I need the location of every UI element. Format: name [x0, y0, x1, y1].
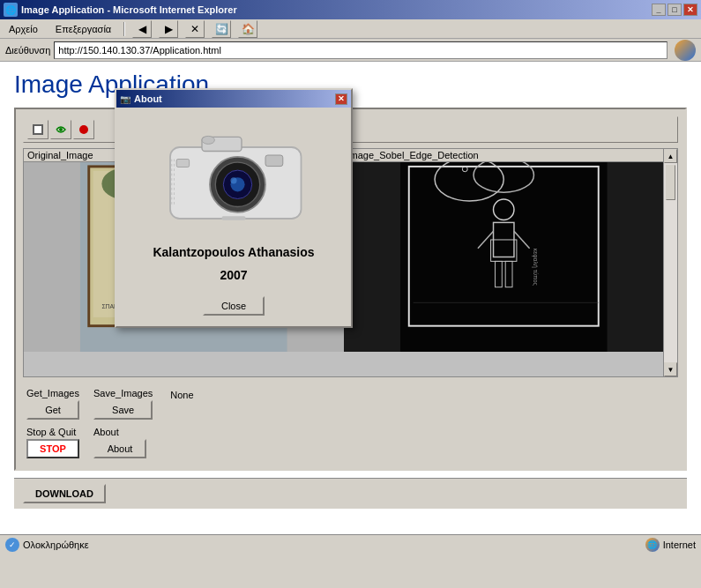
dialog-content: Kalantzopoulos Athanasios 2007	[116, 108, 351, 296]
status-icon: ✓	[5, 538, 19, 552]
minimize-button[interactable]: _	[652, 4, 666, 16]
ie-icon: 🌐	[4, 3, 18, 17]
menu-edit[interactable]: Επεξεργασία	[50, 22, 116, 36]
toolbar-btn-3[interactable]	[73, 120, 94, 139]
svg-point-44	[202, 136, 214, 144]
svg-point-2	[59, 128, 63, 131]
dialog-close-button[interactable]: Close	[203, 296, 265, 316]
about-dialog: 📷 About ✕	[115, 88, 353, 328]
stop-quit-group: Stop & Quit STOP	[26, 427, 79, 458]
menu-bar: Αρχείο Επεξεργασία ◀ ▶ ✕ 🔄 🏠	[0, 19, 701, 39]
get-button[interactable]: Get	[26, 400, 79, 420]
download-button[interactable]: DOWNLOAD	[23, 484, 106, 503]
dialog-close-area: Close	[116, 296, 351, 326]
save-button[interactable]: Save	[93, 400, 153, 420]
get-images-label: Get_Images	[26, 388, 79, 398]
save-images-label: Save_Images	[93, 388, 153, 398]
controls-area-2: Stop & Quit STOP About About	[23, 423, 678, 462]
address-label: Διεύθυνση	[5, 45, 50, 56]
sobel-image-svg: κεφαλή τύπος	[344, 162, 664, 352]
svg-rect-43	[176, 160, 189, 167]
none-text: None	[167, 388, 197, 402]
about-group: About About	[93, 427, 146, 458]
right-image-content: κεφαλή τύπος	[344, 162, 664, 352]
status-left: ✓ Ολοκληρώθηκε	[5, 538, 89, 552]
status-right: 🌐 Internet	[645, 538, 696, 552]
scroll-thumb[interactable]	[666, 165, 675, 200]
dialog-year-text: 2007	[220, 268, 247, 282]
svg-rect-1	[34, 126, 41, 133]
dialog-title-bar: 📷 About ✕	[116, 90, 351, 108]
maximize-button[interactable]: □	[667, 4, 682, 16]
window-title: Image Application - Microsoft Internet E…	[21, 4, 237, 15]
status-internet-text: Internet	[663, 540, 696, 550]
ie-logo	[675, 40, 696, 61]
right-image-panel: Image_Sobel_Edge_Detection	[344, 149, 664, 376]
toolbar-btn-2[interactable]	[50, 120, 71, 139]
scroll-track	[664, 163, 677, 362]
controls-area: Get_Images Get Save_Images Save None	[23, 384, 678, 423]
scrollbar[interactable]: ▲ ▼	[663, 149, 677, 376]
refresh-button[interactable]: 🔄	[212, 20, 231, 38]
dialog-close-x-button[interactable]: ✕	[335, 93, 347, 105]
dialog-title-text: About	[134, 93, 162, 104]
title-bar-left: 🌐 Image Application - Microsoft Internet…	[4, 3, 237, 17]
download-bar: DOWNLOAD	[14, 478, 687, 509]
title-bar-buttons: _ □ ✕	[652, 4, 697, 16]
stop-nav-button[interactable]: ✕	[185, 20, 205, 38]
about-label: About	[93, 427, 146, 437]
status-text: Ολοκληρώθηκε	[23, 540, 89, 550]
address-bar: Διεύθυνση	[0, 39, 701, 62]
dialog-title-left: 📷 About	[120, 93, 162, 104]
svg-point-3	[79, 125, 88, 134]
svg-text:κεφαλή τύπος: κεφαλή τύπος	[532, 249, 539, 287]
main-content: Image Application Original_Image	[0, 62, 701, 554]
get-images-group: Get_Images Get	[26, 388, 79, 420]
menu-separator	[123, 22, 125, 36]
title-bar: 🌐 Image Application - Microsoft Internet…	[0, 0, 701, 19]
toolbar-btn-1[interactable]	[27, 120, 48, 139]
home-button[interactable]: 🏠	[238, 20, 257, 38]
status-bar: ✓ Ολοκληρώθηκε 🌐 Internet	[0, 534, 701, 554]
scroll-up-btn[interactable]: ▲	[664, 149, 677, 163]
address-input[interactable]	[54, 41, 667, 59]
camera-svg	[154, 126, 313, 232]
svg-rect-42	[265, 155, 283, 167]
forward-button[interactable]: ▶	[159, 20, 178, 38]
svg-rect-47	[222, 216, 246, 220]
dialog-icon: 📷	[120, 94, 131, 104]
menu-file[interactable]: Αρχείο	[4, 22, 43, 36]
extra-controls: None	[167, 388, 197, 420]
scroll-down-btn[interactable]: ▼	[664, 362, 677, 376]
camera-icon-area	[145, 122, 322, 236]
save-images-group: Save_Images Save	[93, 388, 153, 420]
about-button[interactable]: About	[93, 439, 146, 458]
svg-point-41	[230, 177, 236, 183]
stop-quit-label: Stop & Quit	[26, 427, 79, 437]
window-close-button[interactable]: ✕	[683, 4, 697, 16]
right-image-label: Image_Sobel_Edge_Detection	[344, 149, 664, 162]
internet-icon: 🌐	[645, 538, 660, 552]
back-button[interactable]: ◀	[132, 20, 152, 38]
stop-button[interactable]: STOP	[26, 439, 79, 458]
dialog-author-text: Kalantzopoulos Athanasios	[153, 245, 314, 259]
